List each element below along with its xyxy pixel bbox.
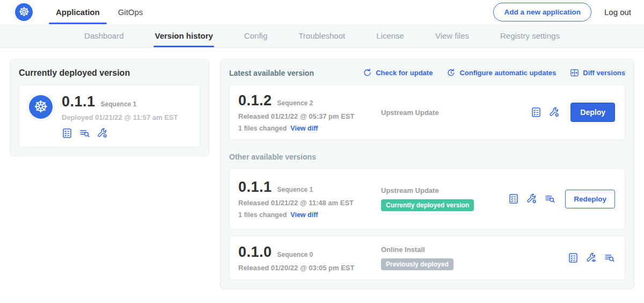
diff-versions-label: Diff versions [583,69,625,77]
currently-deployed-badge: Currently deployed version [381,199,474,211]
deploy-logs-icon[interactable] [79,128,90,139]
version-source-label: Upstream Update [381,109,531,117]
subnav-label: Registry settings [500,31,560,40]
kubernetes-logo-icon[interactable]: ☸ [15,3,33,21]
released-timestamp: Released 01/20/22 @ 03:05 pm EST [238,264,374,272]
view-config-icon[interactable] [586,252,597,263]
deploy-button[interactable]: Deploy [570,103,615,122]
files-changed-label: 1 files changed [238,125,287,132]
tab-application[interactable]: Application [47,0,109,24]
subnav-item-registry-settings[interactable]: Registry settings [500,24,560,47]
deployed-sequence-label: Sequence 1 [101,100,137,108]
auto-update-icon [447,68,456,77]
logout-link[interactable]: Log out [604,8,631,17]
version-number: 0.1.1 [238,179,272,196]
version-number: 0.1.0 [238,244,272,261]
version-card-0-1-0: 0.1.0 Sequence 0 Released 01/20/22 @ 03:… [229,236,625,280]
deploy-logs-icon[interactable] [604,252,615,263]
deployed-panel-title: Currently deployed version [19,68,200,78]
subnav-item-version-history[interactable]: Version history [155,24,213,47]
edit-config-icon[interactable] [526,193,537,204]
subnav-label: Version history [155,31,213,40]
sequence-label: Sequence 1 [277,186,313,193]
view-diff-link[interactable]: View diff [290,211,318,219]
app-subnav: Dashboard Version history Config Trouble… [0,24,644,48]
preflight-checks-icon[interactable] [568,252,579,263]
subnav-label: Troubleshoot [298,31,345,40]
add-application-button[interactable]: Add a new application [493,3,591,21]
version-source-label: Online Install [381,246,568,254]
preflight-checks-icon[interactable] [531,107,541,118]
tab-gitops-label: GitOps [118,8,143,17]
previously-deployed-badge: Previously deployed [381,258,453,270]
subnav-label: Dashboard [84,31,123,40]
top-tabs: Application GitOps [47,0,152,24]
check-for-update-label: Check for update [376,69,433,77]
redeploy-button[interactable]: Redeploy [565,190,615,208]
view-diff-link[interactable]: View diff [290,125,318,132]
refresh-icon [363,68,372,77]
version-card-0-1-2: 0.1.2 Sequence 2 Released 01/21/22 @ 05:… [229,84,625,140]
subnav-label: License [376,31,404,40]
subnav-label: Config [244,31,267,40]
released-timestamp: Released 01/21/22 @ 11:48 am EST [238,199,374,207]
other-available-title: Other available versions [229,153,625,161]
version-history-panel: Latest available version Check for updat… [220,59,634,289]
subnav-label: View files [435,31,469,40]
files-changed-label: 1 files changed [238,211,287,219]
app-kubernetes-icon: ☸ [29,95,53,119]
check-for-update-link[interactable]: Check for update [363,68,433,77]
sequence-label: Sequence 2 [277,99,313,107]
subnav-item-config[interactable]: Config [244,24,267,47]
top-nav-right: Add a new application Log out [493,3,631,21]
version-source-label: Upstream Update [381,186,508,194]
subnav-item-view-files[interactable]: View files [435,24,469,47]
tab-gitops[interactable]: GitOps [109,0,152,24]
deployed-version-number: 0.1.1 [62,93,96,110]
diff-icon [570,68,579,77]
sequence-label: Sequence 0 [277,251,313,258]
currently-deployed-panel: Currently deployed version ☸ 0.1.1 Seque… [10,59,209,156]
edit-config-icon[interactable] [549,107,560,118]
configure-automatic-updates-label: Configure automatic updates [459,69,556,77]
deployed-version-card: ☸ 0.1.1 Sequence 1 Deployed 01/21/22 @ 1… [19,85,200,147]
preflight-checks-icon[interactable] [62,128,72,139]
released-timestamp: Released 01/21/22 @ 05:37 pm EST [238,112,374,120]
deploy-logs-icon[interactable] [545,193,555,204]
latest-available-title: Latest available version [229,69,314,77]
main-content: Currently deployed version ☸ 0.1.1 Seque… [0,48,644,289]
version-number: 0.1.2 [238,92,272,109]
top-nav: ☸ Application GitOps Add a new applicati… [0,0,644,24]
deployed-timestamp: Deployed 01/21/22 @ 11:57 am EST [62,113,178,121]
tab-application-label: Application [56,8,100,17]
subnav-item-license[interactable]: License [376,24,404,47]
subnav-item-troubleshoot[interactable]: Troubleshoot [298,24,345,47]
edit-config-icon[interactable] [97,128,108,139]
configure-automatic-updates-link[interactable]: Configure automatic updates [447,68,556,77]
preflight-checks-icon[interactable] [508,193,519,204]
version-card-0-1-1: 0.1.1 Sequence 1 Released 01/21/22 @ 11:… [229,168,625,229]
subnav-item-dashboard[interactable]: Dashboard [84,24,123,47]
diff-versions-link[interactable]: Diff versions [570,68,625,77]
